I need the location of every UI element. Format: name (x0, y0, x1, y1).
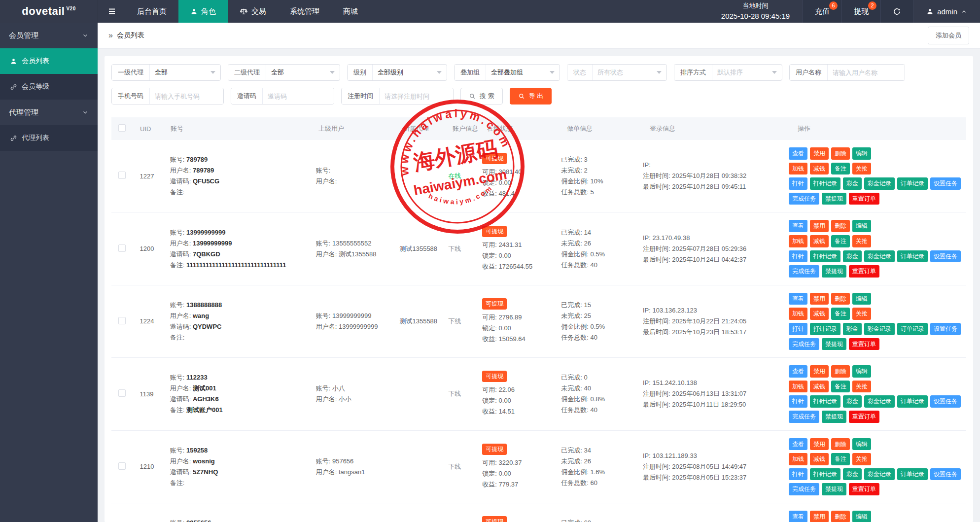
delete-button[interactable]: 删除 (831, 220, 850, 232)
nav-item-roles[interactable]: 角色 (178, 0, 228, 23)
bonus-button[interactable]: 彩金 (843, 323, 862, 335)
disable-button[interactable]: 禁用 (810, 365, 829, 378)
disable-button[interactable]: 禁用 (810, 147, 829, 160)
filter-stack-group-select[interactable]: 叠加组 全部叠加组 (454, 64, 560, 81)
add-money-button[interactable]: 加钱 (789, 308, 807, 320)
subtract-money-button[interactable]: 减钱 (810, 235, 829, 247)
export-button[interactable]: 导 出 (510, 88, 552, 104)
reset-order-button[interactable]: 重置订单 (849, 193, 879, 205)
reset-order-button[interactable]: 重置订单 (849, 483, 879, 495)
view-button[interactable]: 查看 (789, 293, 807, 305)
view-button[interactable]: 查看 (789, 365, 807, 378)
add-money-button[interactable]: 加钱 (789, 163, 807, 175)
view-button[interactable]: 查看 (789, 438, 807, 451)
finish-task-button[interactable]: 完成任务 (789, 411, 819, 423)
invite-code-input[interactable] (263, 88, 334, 104)
bonus-button[interactable]: 彩金 (843, 468, 862, 481)
note-button[interactable]: 备注 (831, 453, 850, 465)
finish-task-button[interactable]: 完成任务 (789, 265, 819, 278)
disable-button[interactable]: 禁用 (810, 293, 829, 305)
nav-item-home[interactable]: 后台首页 (125, 0, 178, 23)
inject-log-button[interactable]: 打针记录 (810, 177, 840, 190)
ban-withdraw-button[interactable]: 禁提现 (822, 338, 846, 350)
row-checkbox[interactable] (118, 389, 126, 397)
set-task-button[interactable]: 设置任务 (930, 323, 961, 335)
view-button[interactable]: 查看 (789, 511, 807, 522)
recharge-button[interactable]: 充值 6 (803, 0, 841, 23)
delete-button[interactable]: 删除 (831, 147, 850, 160)
bonus-button[interactable]: 彩金 (843, 395, 862, 408)
select-all-checkbox[interactable] (118, 124, 126, 132)
search-button[interactable]: 搜 索 (460, 88, 503, 104)
ban-withdraw-button[interactable]: 禁提现 (822, 483, 846, 495)
sidebar-item-agent-list[interactable]: 代理列表 (0, 125, 98, 151)
note-button[interactable]: 备注 (831, 308, 850, 320)
order-log-button[interactable]: 订单记录 (897, 395, 928, 408)
inject-button[interactable]: 打针 (789, 468, 807, 481)
sidebar-group-agent-management[interactable]: 代理管理 (0, 100, 98, 125)
nav-item-mall[interactable]: 商城 (331, 0, 370, 23)
disable-button[interactable]: 禁用 (810, 220, 829, 232)
edit-button[interactable]: 编辑 (852, 365, 871, 378)
sidebar-item-member-level[interactable]: 会员等级 (0, 74, 98, 100)
bonus-log-button[interactable]: 彩金记录 (864, 177, 895, 190)
note-button[interactable]: 备注 (831, 235, 850, 247)
edit-button[interactable]: 编辑 (852, 293, 871, 305)
phone-input[interactable] (150, 88, 223, 104)
inject-log-button[interactable]: 打针记录 (810, 468, 840, 481)
add-money-button[interactable]: 加钱 (789, 235, 807, 247)
subtract-money-button[interactable]: 减钱 (810, 163, 829, 175)
reset-order-button[interactable]: 重置订单 (849, 411, 879, 423)
reset-order-button[interactable]: 重置订单 (849, 338, 879, 350)
ban-withdraw-button[interactable]: 禁提现 (822, 193, 846, 205)
register-time-input[interactable] (380, 88, 453, 104)
filter-level1-agent-select[interactable]: 一级代理 全部 (111, 64, 221, 81)
user-menu[interactable]: admin (913, 0, 980, 23)
disable-button[interactable]: 禁用 (810, 511, 829, 522)
reset-order-button[interactable]: 重置订单 (849, 265, 879, 278)
note-button[interactable]: 备注 (831, 381, 850, 393)
sidebar-item-member-list[interactable]: 会员列表 (0, 48, 98, 74)
edit-button[interactable]: 编辑 (852, 220, 871, 232)
bonus-log-button[interactable]: 彩金记录 (864, 395, 895, 408)
finish-task-button[interactable]: 完成任务 (789, 338, 819, 350)
set-task-button[interactable]: 设置任务 (930, 395, 961, 408)
order-log-button[interactable]: 订单记录 (897, 323, 928, 335)
close-grab-button[interactable]: 关抢 (852, 381, 871, 393)
filter-status-select[interactable]: 状态 所有状态 (567, 64, 667, 81)
subtract-money-button[interactable]: 减钱 (810, 381, 829, 393)
hamburger-menu-icon[interactable] (98, 0, 125, 23)
view-button[interactable]: 查看 (789, 147, 807, 160)
close-grab-button[interactable]: 关抢 (852, 308, 871, 320)
bonus-log-button[interactable]: 彩金记录 (864, 250, 895, 263)
add-money-button[interactable]: 加钱 (789, 381, 807, 393)
inject-button[interactable]: 打针 (789, 250, 807, 263)
row-checkbox[interactable] (118, 317, 126, 324)
add-member-button[interactable]: 添加会员 (928, 27, 969, 44)
username-input[interactable] (828, 65, 905, 80)
subtract-money-button[interactable]: 减钱 (810, 308, 829, 320)
set-task-button[interactable]: 设置任务 (930, 468, 961, 481)
row-checkbox[interactable] (118, 462, 126, 470)
bonus-log-button[interactable]: 彩金记录 (864, 468, 895, 481)
row-checkbox[interactable] (118, 172, 126, 179)
sidebar-group-member-management[interactable]: 会员管理 (0, 23, 98, 48)
delete-button[interactable]: 删除 (831, 365, 850, 378)
order-log-button[interactable]: 订单记录 (897, 250, 928, 263)
inject-button[interactable]: 打针 (789, 177, 807, 190)
finish-task-button[interactable]: 完成任务 (789, 193, 819, 205)
delete-button[interactable]: 删除 (831, 438, 850, 451)
disable-button[interactable]: 禁用 (810, 438, 829, 451)
set-task-button[interactable]: 设置任务 (930, 177, 961, 190)
inject-log-button[interactable]: 打针记录 (810, 395, 840, 408)
view-button[interactable]: 查看 (789, 220, 807, 232)
set-task-button[interactable]: 设置任务 (930, 250, 961, 263)
inject-button[interactable]: 打针 (789, 323, 807, 335)
add-money-button[interactable]: 加钱 (789, 453, 807, 465)
order-log-button[interactable]: 订单记录 (897, 468, 928, 481)
inject-log-button[interactable]: 打针记录 (810, 323, 840, 335)
subtract-money-button[interactable]: 减钱 (810, 453, 829, 465)
close-grab-button[interactable]: 关抢 (852, 235, 871, 247)
filter-sort-select[interactable]: 排序方式 默认排序 (674, 64, 782, 81)
finish-task-button[interactable]: 完成任务 (789, 483, 819, 495)
